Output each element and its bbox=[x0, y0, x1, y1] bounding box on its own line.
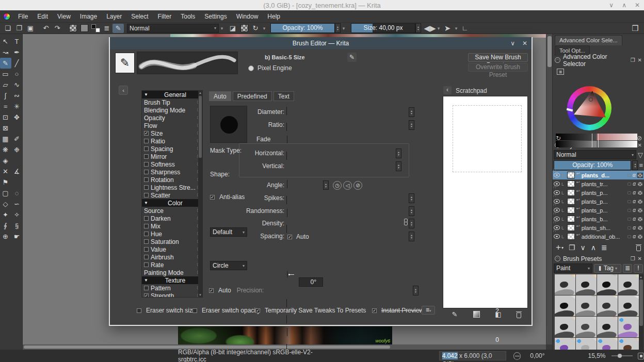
option-airbrush[interactable]: Airbrush bbox=[142, 253, 202, 261]
smart-patch-tool[interactable]: ❉ bbox=[11, 144, 23, 155]
blending-mode-combo[interactable]: Normal ▾ bbox=[127, 24, 219, 33]
option-checkbox[interactable] bbox=[144, 247, 149, 252]
options-section-color[interactable]: ▼Color bbox=[142, 199, 202, 207]
option-checkbox[interactable] bbox=[144, 262, 149, 267]
option-checkbox[interactable] bbox=[144, 193, 149, 198]
option-checkbox[interactable] bbox=[144, 216, 149, 221]
save-new-preset-button[interactable]: Save New Brush Preset... bbox=[468, 53, 528, 62]
freehand-select-tool[interactable]: ∽ bbox=[11, 199, 23, 209]
layer-lock-icon[interactable] bbox=[627, 226, 631, 229]
option-value[interactable]: Value bbox=[142, 245, 202, 253]
brush-preset-item[interactable] bbox=[597, 274, 618, 295]
list-view-button[interactable]: ≣ bbox=[623, 264, 632, 273]
spacing-auto-checkbox[interactable]: ✓ bbox=[287, 235, 292, 239]
opacity-spinner[interactable]: ▲▼ bbox=[335, 23, 341, 33]
menu-filter[interactable]: Filter bbox=[153, 10, 176, 23]
move-layer-down-button[interactable]: ∨ bbox=[581, 243, 586, 252]
layer-opacity-spinner[interactable]: ▲▼ bbox=[632, 160, 638, 170]
layer-inherit-alpha-icon[interactable] bbox=[637, 182, 643, 187]
text-tool[interactable]: T bbox=[11, 36, 23, 47]
choices-button[interactable]: ≣ bbox=[101, 24, 112, 33]
move-layer-up-button[interactable]: ∧ bbox=[591, 243, 596, 252]
no-color-icon[interactable]: ⊘ bbox=[637, 135, 642, 142]
fill-tool[interactable]: ◈ bbox=[0, 155, 11, 166]
option-opacity[interactable]: Opacity bbox=[142, 114, 202, 122]
antialias-checkbox[interactable]: ✓ bbox=[210, 195, 215, 200]
option-checkbox[interactable]: ✓ bbox=[144, 131, 149, 136]
bezier-curve-tool[interactable]: ∫ bbox=[0, 90, 11, 101]
window-minimize-button[interactable]: ∨ bbox=[609, 2, 614, 9]
option-checkbox[interactable] bbox=[144, 177, 149, 182]
option-blending-mode[interactable]: Blending Mode bbox=[142, 106, 202, 114]
mirror-h-dropdown-button[interactable]: ▾ bbox=[436, 24, 442, 33]
zoom-slider[interactable] bbox=[611, 355, 632, 356]
window-close-button[interactable]: ✕ bbox=[635, 2, 640, 9]
save-tweaks-checkbox[interactable]: ✓ bbox=[255, 308, 260, 313]
undo-button[interactable]: ↶ bbox=[40, 24, 52, 33]
option-flow[interactable]: Flow bbox=[142, 122, 202, 129]
add-layer-dropdown[interactable]: ▾ bbox=[561, 245, 564, 250]
new-document-button[interactable]: ❏ bbox=[2, 24, 13, 33]
eraser-switch-opacity-checkbox[interactable] bbox=[192, 308, 197, 313]
option-saturation[interactable]: Saturation bbox=[142, 238, 202, 245]
tab-auto[interactable]: Auto bbox=[209, 91, 231, 101]
preserve-alpha-button[interactable] bbox=[238, 24, 250, 33]
rectangle-tool[interactable]: ▭ bbox=[0, 69, 11, 79]
precision-auto-checkbox[interactable]: ✓ bbox=[209, 288, 214, 293]
size-slider[interactable]: Size: 40,00 px bbox=[351, 23, 415, 33]
float-panel-icon[interactable]: ❐ bbox=[631, 256, 635, 261]
layer-menu-icon[interactable]: ≡ bbox=[639, 161, 643, 169]
options-section-general[interactable]: ▼General bbox=[142, 91, 202, 98]
magnetic-select-tool[interactable]: § bbox=[11, 220, 23, 231]
layer-alpha-icon[interactable]: α bbox=[633, 172, 636, 178]
instant-preview-checkbox[interactable]: ✓ bbox=[372, 308, 377, 313]
reference-images-tool[interactable]: ⚑ bbox=[0, 177, 11, 188]
scratchpad-canvas[interactable] bbox=[443, 96, 528, 308]
option-brush-tip[interactable]: Brush Tip bbox=[142, 98, 202, 106]
layer-lock-icon[interactable] bbox=[627, 209, 631, 212]
layer-row[interactable]: L↩plants_tr...α bbox=[553, 179, 644, 188]
layer-inherit-alpha-icon[interactable] bbox=[637, 208, 643, 213]
crop-tool[interactable]: ⊠ bbox=[0, 123, 11, 134]
diameter-spinner[interactable]: ▲▼ bbox=[409, 107, 414, 117]
spacing-spinner[interactable]: ▲▼ bbox=[409, 232, 414, 241]
angle-clock-icon[interactable]: ◷ bbox=[333, 181, 342, 190]
tab-predefined[interactable]: Predefined bbox=[233, 91, 272, 101]
blending-dropdown-button[interactable]: ▾ bbox=[219, 24, 225, 33]
tab-text[interactable]: Text bbox=[273, 91, 294, 101]
layer-alpha-icon[interactable]: α bbox=[633, 181, 636, 187]
mirror-horizontal-button[interactable]: ◀▶ bbox=[424, 24, 436, 33]
layer-inherit-alpha-icon[interactable] bbox=[637, 199, 643, 204]
ratio-spinner[interactable]: ▲▼ bbox=[409, 120, 414, 130]
angle-spinbox[interactable]: 0° bbox=[299, 277, 323, 287]
opacity-slider[interactable]: Opacity: 100% bbox=[270, 23, 335, 33]
layer-row[interactable]: L↩plants_p...α bbox=[553, 206, 644, 215]
menu-view[interactable]: View bbox=[53, 10, 75, 23]
float-panel-icon[interactable]: ❐ bbox=[631, 57, 635, 63]
menu-layer[interactable]: Layer bbox=[102, 10, 126, 23]
option-checkbox[interactable] bbox=[144, 255, 149, 259]
options-section-texture[interactable]: ▼Texture bbox=[142, 276, 202, 284]
horizontal-spinner[interactable]: ▲▼ bbox=[396, 149, 401, 158]
image-dimensions-field[interactable]: 4.042 x 6.000 (3,0 GiB) bbox=[439, 351, 506, 360]
dialog-titlebar[interactable]: Brush Editor — Krita ∨ ✕ bbox=[110, 37, 532, 49]
polygon-select-tool[interactable]: ◇ bbox=[0, 199, 11, 209]
reload-dropdown-button[interactable]: ▾ bbox=[261, 24, 267, 33]
menu-file[interactable]: File bbox=[13, 10, 33, 23]
workspace-chooser-button[interactable]: ❒ bbox=[630, 24, 641, 33]
layer-inherit-alpha-icon[interactable] bbox=[637, 173, 643, 178]
layer-alpha-icon[interactable]: α bbox=[633, 207, 636, 213]
fg-bg-color-button[interactable] bbox=[90, 24, 101, 33]
zoom-tool[interactable]: ⊕ bbox=[0, 231, 11, 242]
reload-preset-button[interactable]: ↻ bbox=[250, 24, 261, 33]
angle-dial[interactable] bbox=[287, 270, 288, 278]
contiguous-select-tool[interactable]: ✦ bbox=[0, 209, 11, 220]
layer-alpha-icon[interactable]: α bbox=[633, 234, 636, 239]
mirror-vertical-button[interactable]: ➤ bbox=[442, 24, 453, 33]
selector-settings-icon[interactable]: ≣ bbox=[557, 69, 564, 75]
layer-row[interactable]: L↩additional_ob...α bbox=[553, 232, 644, 241]
layer-lock-icon[interactable] bbox=[627, 183, 631, 186]
hue-ring[interactable] bbox=[567, 86, 611, 130]
option-checkbox[interactable] bbox=[144, 146, 149, 151]
polyline-tool[interactable]: ∿ bbox=[11, 79, 23, 90]
